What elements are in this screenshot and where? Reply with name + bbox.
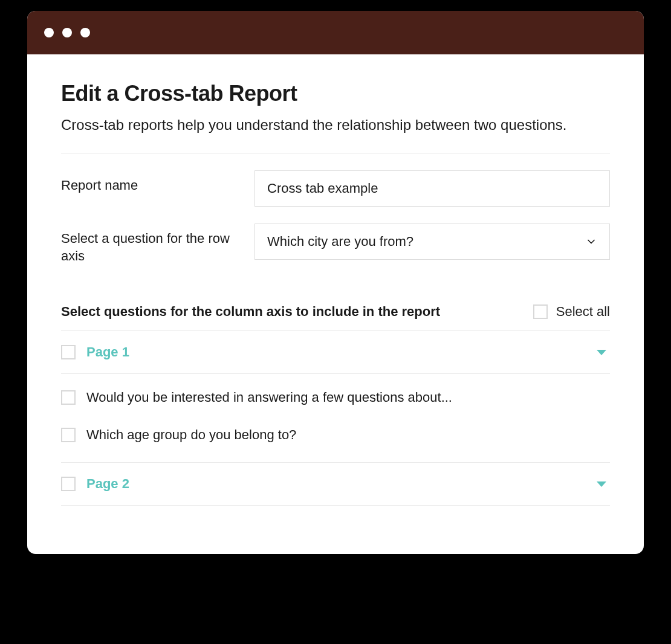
- row-axis-value: Which city are you from?: [267, 234, 413, 250]
- row-axis-select[interactable]: Which city are you from?: [254, 224, 610, 260]
- page-1-label: Page 1: [86, 344, 586, 360]
- window-dot-2[interactable]: [62, 28, 72, 37]
- report-name-input[interactable]: [254, 170, 610, 207]
- window-dot-1[interactable]: [44, 28, 54, 37]
- page-2-header-row[interactable]: Page 2: [61, 462, 610, 506]
- row-axis-row: Select a question for the row axis Which…: [61, 207, 610, 265]
- select-all-label: Select all: [556, 304, 610, 320]
- select-all-group: Select all: [533, 304, 610, 320]
- caret-down-icon: [597, 350, 606, 355]
- chevron-down-icon: [585, 236, 597, 248]
- page-1-header-row[interactable]: Page 1: [61, 330, 610, 373]
- select-all-checkbox[interactable]: [533, 304, 548, 319]
- column-axis-heading: Select questions for the column axis to …: [61, 304, 440, 320]
- question-row: Which age group do you belong to?: [61, 416, 610, 454]
- titlebar: [27, 11, 644, 54]
- app-window: Edit a Cross-tab Report Cross-tab report…: [27, 11, 644, 554]
- question-row: Would you be interested in answering a f…: [61, 373, 610, 416]
- page-title: Edit a Cross-tab Report: [61, 81, 610, 106]
- column-axis-heading-row: Select questions for the column axis to …: [61, 304, 610, 320]
- caret-down-icon: [597, 481, 606, 487]
- page-2-checkbox[interactable]: [61, 477, 76, 491]
- page-1-questions: Would you be interested in answering a f…: [61, 373, 610, 462]
- page-subtitle: Cross-tab reports help you understand th…: [61, 115, 610, 136]
- window-dot-3[interactable]: [80, 28, 90, 37]
- content-area: Edit a Cross-tab Report Cross-tab report…: [27, 54, 644, 554]
- page-2-label: Page 2: [86, 476, 586, 492]
- question-2-checkbox[interactable]: [61, 428, 76, 442]
- report-name-row: Report name: [61, 153, 610, 207]
- page-1-checkbox[interactable]: [61, 345, 76, 359]
- row-axis-label: Select a question for the row axis: [61, 224, 230, 265]
- question-1-text: Would you be interested in answering a f…: [86, 390, 452, 405]
- question-1-checkbox[interactable]: [61, 390, 76, 405]
- question-2-text: Which age group do you belong to?: [86, 427, 296, 443]
- report-name-label: Report name: [61, 170, 230, 195]
